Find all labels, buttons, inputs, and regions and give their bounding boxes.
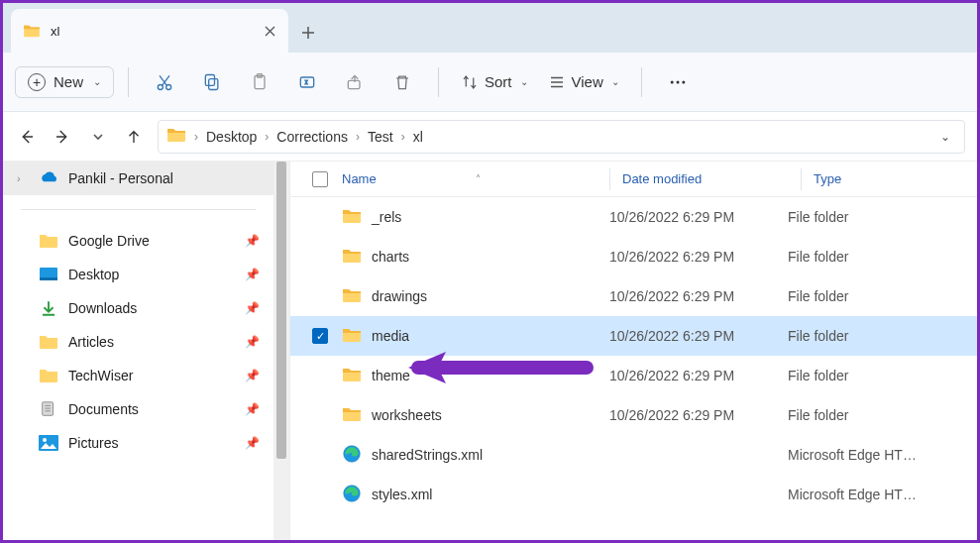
breadcrumb-item[interactable]: xl — [413, 129, 423, 145]
pin-icon: 📌 — [245, 402, 260, 416]
file-row[interactable]: _rels10/26/2022 6:29 PMFile folder — [290, 197, 977, 237]
svg-point-10 — [682, 80, 685, 83]
file-type: File folder — [788, 288, 977, 304]
back-button[interactable] — [15, 125, 39, 149]
folder-icon — [342, 406, 362, 425]
chevron-right-icon[interactable]: › — [194, 130, 198, 144]
sidebar-item-label: Downloads — [68, 300, 235, 316]
separator — [438, 67, 439, 97]
file-modified: 10/26/2022 6:29 PM — [609, 249, 788, 265]
file-type: File folder — [788, 209, 977, 225]
sort-button[interactable]: Sort ⌄ — [453, 67, 536, 97]
folder-icon — [342, 367, 362, 385]
file-name: sharedStrings.xml — [372, 447, 483, 463]
window-tab[interactable]: xl — [11, 9, 288, 53]
file-name: media — [372, 328, 409, 344]
file-name: styles.xml — [372, 487, 432, 502]
share-icon[interactable] — [333, 60, 377, 104]
forward-button[interactable] — [51, 125, 74, 149]
pin-icon: 📌 — [245, 369, 260, 382]
breadcrumb-item[interactable]: Test — [368, 129, 393, 145]
sort-label: Sort — [485, 73, 512, 90]
sidebar-item-label: TechWiser — [68, 368, 235, 383]
edge-icon — [342, 444, 362, 467]
pin-icon: 📌 — [245, 234, 260, 248]
file-row[interactable]: theme10/26/2022 6:29 PMFile folder — [290, 356, 977, 395]
file-row[interactable]: worksheets10/26/2022 6:29 PMFile folder — [290, 395, 977, 435]
column-name[interactable]: Name — [342, 171, 377, 186]
chevron-right-icon[interactable]: › — [356, 130, 360, 144]
sidebar-item-downloads[interactable]: Downloads 📌 — [3, 291, 273, 325]
sort-asc-icon: ˄ — [476, 173, 481, 184]
pin-icon: 📌 — [245, 436, 260, 450]
column-header-row: Name ˄ Date modified Type — [290, 162, 977, 197]
file-modified: 10/26/2022 6:29 PM — [609, 328, 788, 344]
file-name: _rels — [372, 209, 401, 225]
sidebar-item-label: Articles — [68, 334, 235, 350]
divider — [21, 209, 256, 210]
more-button[interactable] — [656, 60, 700, 104]
address-dropdown-icon[interactable]: ⌄ — [934, 130, 956, 144]
copy-icon[interactable] — [190, 60, 234, 104]
file-name: worksheets — [372, 407, 442, 423]
file-row[interactable]: charts10/26/2022 6:29 PMFile folder — [290, 237, 977, 276]
file-modified: 10/26/2022 6:29 PM — [609, 407, 788, 423]
file-modified: 10/26/2022 6:29 PM — [609, 368, 788, 383]
rename-icon[interactable] — [285, 60, 329, 104]
separator — [128, 67, 129, 97]
svg-rect-12 — [40, 277, 57, 280]
sidebar-scrollbar[interactable] — [273, 162, 289, 540]
pictures-icon — [39, 434, 58, 452]
chevron-right-icon[interactable]: › — [17, 172, 29, 184]
close-tab-icon[interactable] — [263, 24, 276, 38]
sidebar-item-google-drive[interactable]: Google Drive 📌 — [3, 224, 273, 258]
svg-rect-3 — [205, 74, 214, 85]
sidebar-item-techwiser[interactable]: TechWiser 📌 — [3, 359, 273, 392]
file-name: drawings — [372, 288, 427, 304]
column-modified[interactable]: Date modified — [622, 171, 801, 186]
column-type[interactable]: Type — [814, 171, 977, 186]
cut-icon[interactable] — [143, 60, 186, 104]
desktop-icon — [39, 266, 58, 283]
folder-icon — [342, 208, 362, 227]
breadcrumb-item[interactable]: Desktop — [206, 129, 257, 145]
downloads-icon — [39, 299, 58, 317]
new-button[interactable]: + New ⌄ — [15, 66, 114, 98]
pin-icon: 📌 — [245, 301, 260, 315]
sidebar-item-pictures[interactable]: Pictures 📌 — [3, 426, 273, 460]
row-checkbox[interactable]: ✓ — [312, 328, 328, 344]
documents-icon — [39, 400, 58, 418]
sidebar-item-desktop[interactable]: Desktop 📌 — [3, 258, 273, 291]
chevron-right-icon[interactable]: › — [265, 130, 269, 144]
file-row[interactable]: drawings10/26/2022 6:29 PMFile folder — [290, 276, 977, 316]
sidebar-item-articles[interactable]: Articles 📌 — [3, 325, 273, 359]
breadcrumb-item[interactable]: Corrections — [276, 129, 348, 145]
sidebar-item-onedrive[interactable]: › Pankil - Personal — [3, 162, 273, 195]
delete-icon[interactable] — [381, 60, 424, 104]
scrollbar-thumb[interactable] — [276, 162, 286, 459]
file-type: Microsoft Edge HT… — [788, 447, 977, 463]
recent-button[interactable] — [86, 125, 110, 149]
address-bar[interactable]: › Desktop › Corrections › Test › xl ⌄ — [158, 120, 965, 154]
new-tab-button[interactable] — [288, 13, 328, 53]
paste-icon[interactable] — [238, 60, 281, 104]
select-all-checkbox[interactable] — [312, 171, 328, 187]
folder-icon — [342, 248, 362, 267]
view-button[interactable]: View ⌄ — [540, 67, 627, 97]
folder-icon — [342, 287, 362, 306]
file-type: File folder — [788, 249, 977, 265]
file-modified: 10/26/2022 6:29 PM — [609, 209, 788, 225]
up-button[interactable] — [122, 125, 146, 149]
title-bar: xl — [3, 3, 977, 53]
separator — [641, 67, 642, 97]
file-name: theme — [372, 368, 410, 383]
file-row[interactable]: ✓media10/26/2022 6:29 PMFile folder — [290, 316, 977, 356]
edge-icon — [342, 484, 362, 506]
chevron-right-icon[interactable]: › — [401, 130, 405, 144]
file-name: charts — [372, 249, 409, 265]
file-row[interactable]: styles.xmlMicrosoft Edge HT… — [290, 475, 977, 514]
folder-icon — [39, 367, 58, 384]
sidebar-item-documents[interactable]: Documents 📌 — [3, 392, 273, 426]
file-row[interactable]: sharedStrings.xmlMicrosoft Edge HT… — [290, 435, 977, 475]
sidebar-item-label: Pictures — [68, 435, 235, 451]
